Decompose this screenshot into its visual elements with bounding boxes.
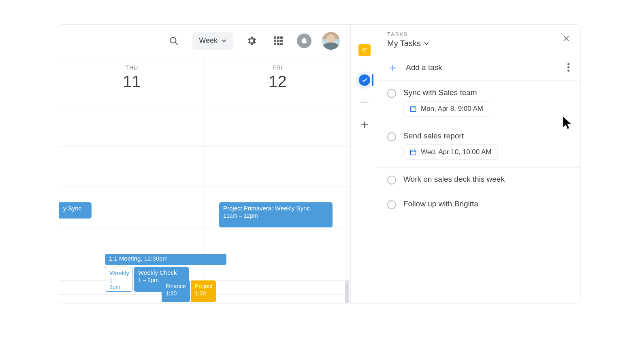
day-header-thu[interactable]: THU 11 <box>59 57 205 110</box>
task-title: Work on sales deck this week <box>403 175 505 184</box>
tasks-panel: TASKS My Tasks ＋ Add a task <box>378 25 581 303</box>
task-item[interactable]: Sync with Sales team Mon, Apr 8, 9:00 AM <box>378 81 581 124</box>
svg-point-2 <box>363 49 365 51</box>
calendar-icon <box>409 149 417 156</box>
day-number: 12 <box>269 72 287 91</box>
event-primavera[interactable]: Project Primavera: Weekly Sync 11am – 12… <box>219 202 333 227</box>
event-title: Project <box>195 283 213 289</box>
bell-icon <box>300 37 308 45</box>
task-list-selector[interactable]: My Tasks <box>387 39 429 48</box>
event-time: 11am – 12pm <box>223 212 328 219</box>
day-header-fri[interactable]: FRI 12 <box>205 57 350 110</box>
event-weekly-a[interactable]: Weekly 1 – 2pm <box>105 267 132 292</box>
event-sync-partial[interactable]: y Sync <box>59 202 92 219</box>
search-icon <box>168 36 179 46</box>
task-checkbox[interactable] <box>387 176 396 185</box>
task-title: Sync with Sales team <box>403 88 489 97</box>
task-date-text: Mon, Apr 8, 9:00 AM <box>421 105 483 113</box>
gear-icon <box>246 35 257 47</box>
task-list: Sync with Sales team Mon, Apr 8, 9:00 AM… <box>378 81 581 303</box>
calendar-icon <box>409 105 417 112</box>
tasks-eyebrow: TASKS <box>387 31 429 37</box>
svg-point-0 <box>171 37 176 43</box>
caret-down-icon <box>222 39 226 42</box>
all-day-row <box>59 110 350 120</box>
search-button[interactable] <box>166 33 182 49</box>
event-project-frag[interactable]: Project 1:30 – <box>191 280 216 302</box>
notifications-button[interactable] <box>297 34 311 48</box>
day-of-week: THU <box>126 64 139 71</box>
close-icon <box>562 34 570 42</box>
task-title: Follow up with Brigitta <box>403 199 478 208</box>
task-item[interactable]: Work on sales deck this week <box>378 167 581 192</box>
close-button[interactable] <box>561 31 572 47</box>
caret-down-icon <box>424 42 429 45</box>
add-addon-button[interactable]: ＋ <box>356 116 373 133</box>
time-grid[interactable]: y Sync 1:1 Meeting, 12:30pm Weekly 1 – 2… <box>59 120 350 303</box>
event-title: Weekly Check <box>138 269 177 276</box>
task-date-chip[interactable]: Wed, Apr 10, 10:00 AM <box>403 144 498 160</box>
event-finance[interactable]: Finance 1:30 – <box>162 280 190 302</box>
cursor-icon <box>562 116 574 130</box>
event-meeting[interactable]: 1:1 Meeting, 12:30pm <box>105 254 226 265</box>
keep-icon <box>358 44 371 56</box>
day-number: 11 <box>123 72 141 91</box>
view-selector-label: Week <box>199 36 218 45</box>
side-rail: ＋ <box>351 25 378 303</box>
calendar-topbar: Week <box>59 25 350 57</box>
event-time: 1 – 2pm <box>109 277 128 290</box>
day-of-week: FRI <box>273 64 283 71</box>
task-title: Send sales report <box>403 132 498 140</box>
event-title: 1:1 Meeting <box>109 255 141 262</box>
settings-button[interactable] <box>243 33 260 49</box>
tasks-icon <box>359 74 370 86</box>
add-task-row: ＋ Add a task <box>378 54 581 81</box>
task-item[interactable]: Send sales report Wed, Apr 10, 10:00 AM <box>378 124 581 167</box>
add-task-label: Add a task <box>406 63 442 72</box>
task-checkbox[interactable] <box>387 89 396 98</box>
event-title: Project Primavera: Weekly Sync <box>223 205 310 212</box>
event-title: y Sync <box>63 205 81 212</box>
day-headers: THU 11 FRI 12 <box>59 57 350 110</box>
task-list-name: My Tasks <box>387 39 421 48</box>
tasks-menu-button[interactable] <box>565 61 572 74</box>
apps-grid-icon <box>274 36 283 45</box>
event-time: 1:30 – <box>166 290 186 297</box>
task-item[interactable]: Follow up with Brigitta <box>378 192 581 216</box>
app-frame: Week THU 11 FRI 12 <box>59 24 581 303</box>
svg-rect-3 <box>410 107 416 112</box>
account-avatar[interactable] <box>322 32 340 50</box>
task-checkbox[interactable] <box>387 200 396 209</box>
task-date-chip[interactable]: Mon, Apr 8, 9:00 AM <box>403 101 489 117</box>
event-title: Weekly <box>109 269 129 276</box>
task-checkbox[interactable] <box>387 132 396 141</box>
kebab-icon <box>567 63 569 65</box>
task-date-text: Wed, Apr 10, 10:00 AM <box>421 148 492 156</box>
svg-rect-4 <box>410 150 416 155</box>
add-task-button[interactable]: ＋ Add a task <box>387 63 442 72</box>
tasks-header: TASKS My Tasks <box>378 25 581 54</box>
keep-button[interactable] <box>356 42 373 59</box>
grid-scrollbar[interactable] <box>345 280 349 303</box>
tasks-scrollbar[interactable] <box>580 27 581 301</box>
view-selector[interactable]: Week <box>192 32 233 50</box>
event-title: Finance <box>166 283 186 289</box>
tasks-button[interactable] <box>356 72 373 89</box>
event-time: 1:30 – <box>195 290 212 297</box>
svg-line-1 <box>175 42 178 45</box>
event-time: 12:30pm <box>144 255 168 262</box>
apps-button[interactable] <box>270 33 286 49</box>
calendar-pane: Week THU 11 FRI 12 <box>59 25 351 303</box>
rail-divider <box>360 102 369 103</box>
